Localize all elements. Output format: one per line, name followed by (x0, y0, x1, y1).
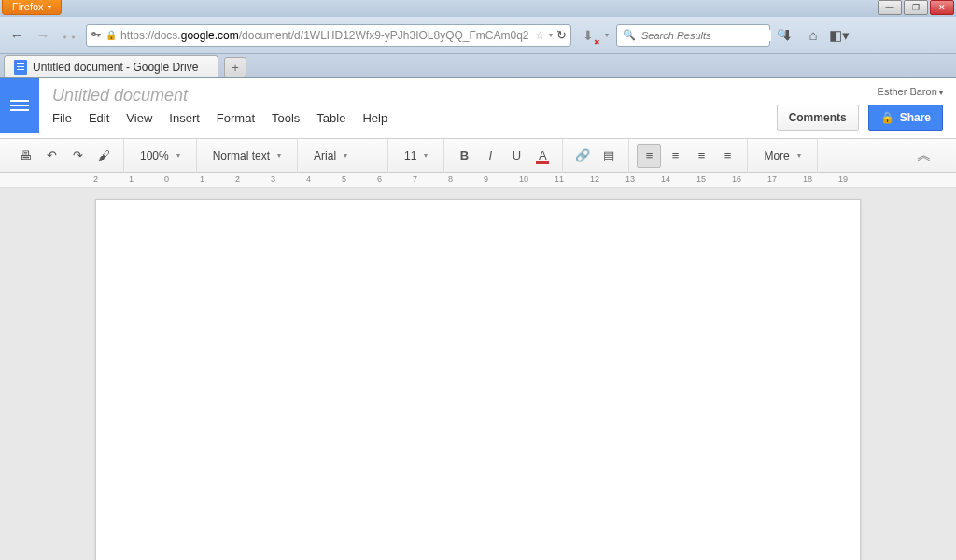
lock-icon: 🔒 (880, 111, 894, 124)
share-button[interactable]: 🔒Share (868, 105, 943, 131)
window-controls: — ❐ ✕ (878, 0, 954, 15)
docs-toolbar: 🖶 ↶ ↷ 🖌 100% Normal text Arial 11 B I U … (0, 139, 956, 173)
minimize-button[interactable]: — (878, 0, 902, 15)
undo-button[interactable]: ↶ (39, 144, 63, 168)
align-left-button[interactable]: ≡ (637, 144, 661, 168)
bold-button[interactable]: B (452, 144, 476, 168)
tab-title: Untitled document - Google Drive (33, 61, 198, 74)
tab-strip: Untitled document - Google Drive + (0, 54, 956, 78)
search-input[interactable] (641, 30, 771, 41)
download-blocked-icon[interactable]: ⬇ (579, 26, 598, 45)
ruler-tick: 0 (164, 175, 169, 184)
ruler[interactable]: 21012345678910111213141516171819 (0, 173, 956, 188)
menu-view[interactable]: View (126, 111, 152, 125)
menu-help[interactable]: Help (362, 111, 387, 125)
ruler-tick: 10 (519, 175, 528, 184)
docs-header: Untitled document FileEditViewInsertForm… (0, 78, 956, 139)
ruler-tick: 7 (413, 175, 417, 184)
zoom-select[interactable]: 100% (132, 144, 189, 168)
tabgroup-icon[interactable]: ⬩⬩ (60, 26, 78, 45)
menu-tools[interactable]: Tools (272, 111, 300, 125)
user-menu[interactable]: Esther Baron (878, 86, 943, 97)
ruler-tick: 9 (484, 175, 488, 184)
paint-format-button[interactable]: 🖌 (91, 144, 116, 168)
bookmarks-menu-button[interactable]: ◧▾ (830, 26, 849, 45)
more-button[interactable]: More (755, 144, 808, 168)
ruler-tick: 12 (590, 175, 599, 184)
menu-table[interactable]: Table (316, 111, 345, 125)
redo-button[interactable]: ↷ (65, 144, 90, 168)
ruler-tick: 5 (342, 175, 346, 184)
search-bar[interactable]: 🔍 🔍 (616, 24, 770, 47)
forward-button[interactable]: → (34, 26, 52, 45)
align-justify-button[interactable]: ≡ (715, 144, 739, 168)
ruler-tick: 17 (767, 175, 777, 184)
ruler-tick: 4 (306, 175, 311, 184)
ruler-tick: 11 (555, 175, 564, 184)
back-button[interactable]: ← (7, 26, 26, 45)
close-button[interactable]: ✕ (930, 0, 954, 15)
italic-button[interactable]: I (478, 144, 502, 168)
print-button[interactable]: 🖶 (13, 144, 37, 168)
firefox-menu-button[interactable]: Firefox (2, 0, 62, 15)
docs-logo[interactable] (0, 78, 39, 133)
ruler-tick: 2 (93, 175, 98, 184)
menu-insert[interactable]: Insert (169, 111, 200, 125)
ruler-tick: 2 (235, 175, 240, 184)
comments-button[interactable]: Comments (777, 105, 859, 131)
browser-navbar: ← → ⬩⬩ 🔒 https://docs.google.com/documen… (0, 17, 956, 54)
underline-button[interactable]: U (504, 144, 528, 168)
lock-icon: 🔒 (105, 30, 117, 40)
link-button[interactable]: 🔗 (570, 144, 595, 168)
bookmark-star-icon[interactable]: ☆ (535, 29, 545, 42)
font-size-select[interactable]: 11 (396, 144, 436, 168)
font-select[interactable]: Arial (305, 144, 380, 168)
comment-button[interactable]: ▤ (597, 144, 621, 168)
ruler-tick: 6 (377, 175, 382, 184)
ruler-tick: 1 (200, 175, 204, 184)
site-id-icon (91, 30, 102, 41)
window-titlebar: Firefox — ❐ ✕ (0, 0, 956, 17)
ruler-tick: 19 (838, 175, 848, 184)
style-select[interactable]: Normal text (204, 144, 289, 168)
text-color-button[interactable]: A (530, 144, 555, 168)
ruler-tick: 1 (129, 175, 134, 184)
home-button[interactable]: ⌂ (804, 26, 822, 45)
reload-button[interactable]: ↻ (556, 28, 567, 42)
collapse-toolbar-button[interactable]: ︽ (917, 146, 950, 165)
url-text: https://docs.google.com/document/d/1WLHD… (120, 29, 531, 42)
downloads-button[interactable]: ⬇ (778, 26, 796, 45)
new-tab-button[interactable]: + (224, 57, 246, 77)
ruler-tick: 3 (271, 175, 275, 184)
url-bar[interactable]: 🔒 https://docs.google.com/document/d/1WL… (86, 24, 571, 47)
document-title[interactable]: Untitled document (52, 86, 751, 105)
separator: ▾ (605, 31, 609, 39)
ruler-tick: 14 (661, 175, 670, 184)
align-right-button[interactable]: ≡ (689, 144, 713, 168)
align-center-button[interactable]: ≡ (663, 144, 687, 168)
browser-tab[interactable]: Untitled document - Google Drive (4, 55, 218, 77)
dropdown-icon[interactable]: ▾ (549, 31, 553, 39)
ruler-tick: 18 (803, 175, 812, 184)
ruler-tick: 16 (732, 175, 741, 184)
document-canvas[interactable] (0, 188, 956, 560)
search-engine-icon[interactable]: 🔍 (623, 29, 636, 41)
ruler-tick: 15 (696, 175, 706, 184)
menu-edit[interactable]: Edit (89, 111, 109, 125)
document-page[interactable] (95, 199, 861, 560)
menu-file[interactable]: File (52, 111, 72, 125)
docs-favicon (14, 60, 27, 75)
maximize-button[interactable]: ❐ (904, 0, 928, 15)
menu-bar: FileEditViewInsertFormatToolsTableHelp (52, 111, 751, 133)
ruler-tick: 8 (448, 175, 453, 184)
menu-format[interactable]: Format (217, 111, 255, 125)
ruler-tick: 13 (626, 175, 635, 184)
